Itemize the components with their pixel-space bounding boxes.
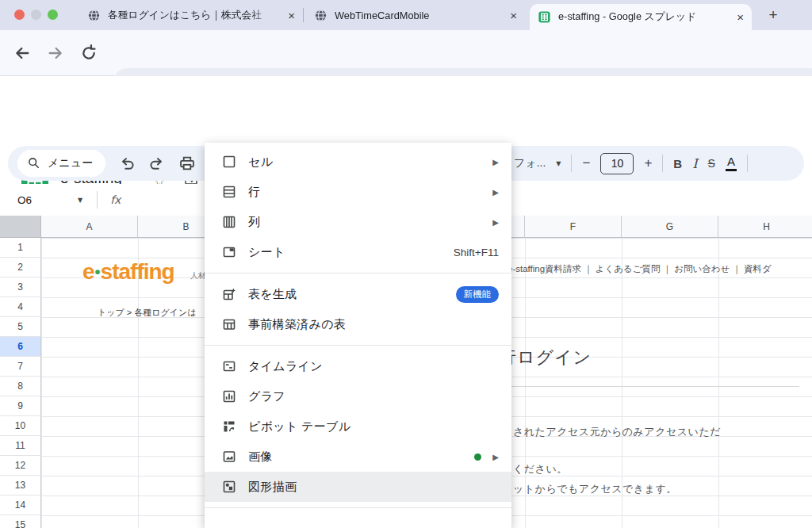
- logo-dot: •: [95, 263, 100, 281]
- logo-tagline: 人材: [190, 270, 206, 281]
- menu-item-label: 画像: [248, 450, 273, 465]
- search-icon: [27, 156, 41, 170]
- menu-divider: [205, 273, 511, 274]
- font-family-select[interactable]: フォ...: [514, 156, 546, 170]
- status-dot: [474, 453, 481, 461]
- strikethrough-button[interactable]: S: [708, 157, 715, 170]
- sheets-favicon-icon: [538, 10, 551, 24]
- generate-table-icon: [222, 287, 236, 301]
- zoom-window-button[interactable]: [48, 10, 58, 20]
- tab-separator: [303, 8, 304, 22]
- site-nav-links: e-staffing資料請求 ｜ よくあるご質問 ｜ お問い合わせ ｜ 資料ダ: [508, 263, 772, 275]
- tab-active-sheets[interactable]: e-staffing - Google スプレッド ×: [530, 4, 752, 30]
- name-box[interactable]: O6: [17, 194, 75, 206]
- redo-icon[interactable]: [148, 155, 166, 172]
- menu-shortcut: Shift+F11: [454, 247, 499, 258]
- toolbar-divider: [747, 155, 748, 172]
- rows-icon: [222, 185, 236, 199]
- cell-icon: [222, 155, 236, 169]
- traffic-lights[interactable]: [14, 10, 58, 20]
- new-feature-badge: 新機能: [456, 286, 500, 303]
- chevron-down-icon[interactable]: ▼: [78, 197, 82, 204]
- minimize-window-button[interactable]: [31, 10, 41, 20]
- tab-close-icon[interactable]: ×: [510, 10, 517, 21]
- prebuilt-table-icon: [222, 317, 236, 331]
- toolbar-search-menu-button[interactable]: メニュー: [17, 150, 105, 177]
- menu-item-label: シート: [248, 245, 285, 260]
- insert-menu-item-表を生成[interactable]: 表を生成新機能: [205, 279, 511, 309]
- menu-item-label: 事前構築済みの表: [248, 317, 346, 332]
- menu-item-label: セル: [248, 155, 273, 170]
- estaffing-logo: e•staffing: [82, 259, 174, 285]
- toolbar-divider: [571, 155, 572, 172]
- new-tab-button[interactable]: +: [763, 5, 783, 25]
- insert-menu-item-グラフ[interactable]: グラフ: [205, 381, 511, 411]
- back-icon[interactable]: [13, 44, 32, 63]
- tab-close-icon[interactable]: ×: [288, 10, 295, 21]
- close-window-button[interactable]: [14, 10, 25, 20]
- insert-menu-item-行[interactable]: 行▶: [205, 177, 511, 207]
- body-text: ください。: [513, 462, 568, 476]
- drawing-icon: [222, 480, 236, 494]
- globe-icon: [314, 9, 327, 22]
- submenu-arrow-icon: ▶: [492, 453, 499, 461]
- submenu-arrow-icon: ▶: [492, 218, 499, 227]
- insert-menu: セル▶行▶列▶シートShift+F11表を生成新機能事前構築済みの表タイムライン…: [205, 143, 511, 528]
- fx-icon: fx: [110, 193, 121, 206]
- menu-item-label: 図形描画: [248, 480, 297, 495]
- toolbar-divider: [662, 155, 663, 172]
- bold-button[interactable]: B: [673, 157, 682, 170]
- login-page-heading: 行ログイン: [499, 346, 592, 369]
- sheet-icon: [222, 245, 236, 259]
- tab-close-icon[interactable]: ×: [737, 11, 744, 23]
- insert-menu-item-画像[interactable]: 画像▶: [205, 442, 511, 472]
- sheets-header: e-staffing ☆ ファイル編集表示挿入表示形式データツールGemini拡…: [0, 76, 812, 143]
- tab-title: WebTimeCardMobile: [335, 10, 504, 21]
- tab-kakushu-login[interactable]: 各種ログインはこちら｜株式会社 ×: [79, 0, 303, 30]
- menu-item-label: 表を生成: [248, 287, 297, 302]
- columns-icon: [222, 215, 236, 229]
- font-size-input[interactable]: 10: [600, 153, 634, 174]
- insert-menu-item-図形描画[interactable]: 図形描画: [205, 472, 511, 502]
- tab-webtimecard[interactable]: WebTimeCardMobile ×: [306, 0, 525, 30]
- browser-tab-bar: 各種ログインはこちら｜株式会社 × WebTimeCardMobile × e-…: [0, 0, 812, 30]
- tab-title: e-staffing - Google スプレッド: [558, 10, 730, 24]
- pivot-table-icon: [222, 419, 236, 434]
- formula-bar-divider: [97, 191, 98, 209]
- body-text: されたアクセス元からのみアクセスいただ: [513, 425, 721, 439]
- text-color-button[interactable]: A: [726, 155, 737, 171]
- insert-menu-item-列[interactable]: 列▶: [205, 207, 511, 237]
- chart-icon: [222, 389, 236, 404]
- menu-item-label: タイムライン: [248, 359, 323, 374]
- menu-item-label: ピボット テーブル: [248, 419, 350, 434]
- heading-divider: [482, 386, 799, 387]
- menu-item-label: グラフ: [248, 389, 285, 404]
- insert-menu-item-タイムライン[interactable]: タイムライン: [205, 351, 511, 381]
- insert-menu-item-ピボット テーブル[interactable]: ピボット テーブル: [205, 411, 511, 442]
- decrease-font-size-button[interactable]: −: [582, 155, 590, 171]
- forward-icon[interactable]: [46, 44, 65, 63]
- image-icon: [222, 450, 236, 464]
- chevron-down-icon[interactable]: ▼: [556, 160, 561, 167]
- menu-item-label: 列: [248, 215, 260, 230]
- insert-menu-item-事前構築済みの表[interactable]: 事前構築済みの表: [205, 309, 511, 339]
- menu-divider: [205, 507, 511, 508]
- insert-menu-item-セル[interactable]: セル▶: [205, 147, 511, 177]
- globe-icon: [87, 9, 101, 22]
- submenu-arrow-icon: ▶: [492, 188, 499, 197]
- toolbar-menu-label: メニュー: [48, 156, 93, 170]
- italic-button[interactable]: I: [692, 156, 697, 171]
- reload-icon[interactable]: [79, 44, 98, 63]
- menu-item-label: 行: [248, 185, 260, 200]
- browser-toolbar: docs.google.com/spreadsheets/d/1cvOeNosl…: [0, 30, 812, 76]
- tab-title: 各種ログインはこちら｜株式会社: [108, 9, 282, 22]
- print-icon[interactable]: [178, 155, 196, 172]
- menu-divider: [205, 345, 511, 346]
- insert-menu-item-シート[interactable]: シートShift+F11: [205, 237, 511, 267]
- increase-font-size-button[interactable]: +: [644, 155, 652, 171]
- undo-icon[interactable]: [118, 155, 136, 172]
- body-text: ットからでもアクセスできます。: [513, 482, 677, 496]
- timeline-icon: [222, 359, 236, 373]
- breadcrumb: トップ > 各種ログインは: [98, 307, 205, 319]
- submenu-arrow-icon: ▶: [492, 158, 499, 166]
